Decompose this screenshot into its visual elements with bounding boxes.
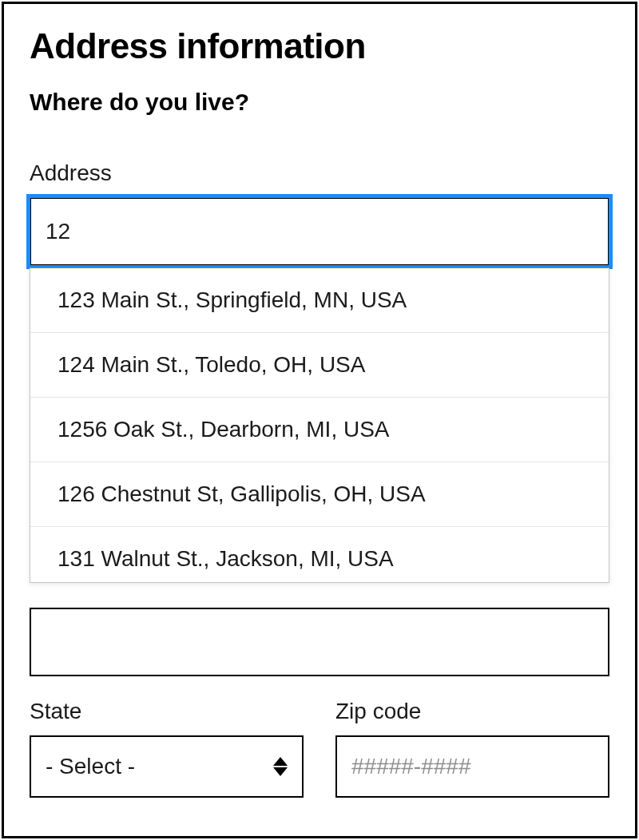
address-suggestion-item[interactable]: 126 Chestnut St, Gallipolis, OH, USA <box>30 462 609 527</box>
state-select-wrap: - Select - <box>30 735 304 798</box>
address-label: Address <box>30 160 609 186</box>
address-suggestion-item[interactable]: 124 Main St., Toledo, OH, USA <box>30 333 609 398</box>
zip-field-group: Zip code <box>335 699 609 798</box>
zip-input[interactable] <box>335 735 609 798</box>
state-selected-value: - Select - <box>46 754 135 779</box>
address-suggestions-dropdown[interactable]: 123 Main St., Springfield, MN, USA 124 M… <box>30 267 609 583</box>
state-select[interactable]: - Select - <box>30 735 304 798</box>
state-label: State <box>30 699 304 724</box>
chevron-up-icon <box>273 757 288 766</box>
city-field-group <box>30 608 609 676</box>
state-zip-row: State - Select - Zip code <box>30 699 609 798</box>
form-title: Address information <box>30 26 609 66</box>
city-input[interactable] <box>30 608 609 676</box>
select-arrows-icon <box>273 757 288 776</box>
address-suggestion-item[interactable]: 123 Main St., Springfield, MN, USA <box>30 268 609 333</box>
state-field-group: State - Select - <box>30 699 304 798</box>
zip-label: Zip code <box>335 699 609 724</box>
address-input[interactable] <box>30 197 609 266</box>
form-subtitle: Where do you live? <box>30 89 609 116</box>
address-form-container: Address information Where do you live? A… <box>2 2 637 838</box>
chevron-down-icon <box>273 767 288 776</box>
address-suggestion-item[interactable]: 131 Walnut St., Jackson, MI, USA <box>30 527 609 583</box>
address-field-group: Address 123 Main St., Springfield, MN, U… <box>30 160 609 266</box>
address-combobox: 123 Main St., Springfield, MN, USA 124 M… <box>30 197 609 266</box>
address-suggestion-item[interactable]: 1256 Oak St., Dearborn, MI, USA <box>30 398 609 462</box>
